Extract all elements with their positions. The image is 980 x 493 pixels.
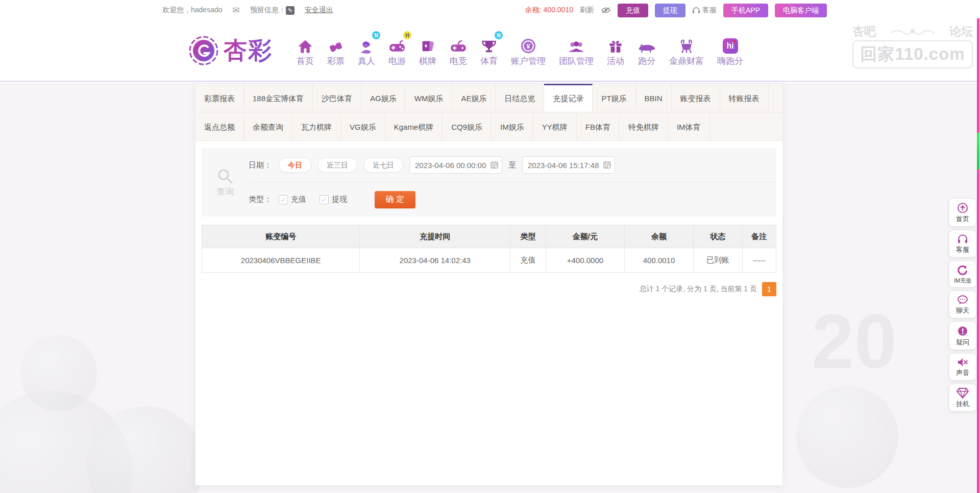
- coin-icon: ¥: [521, 34, 536, 54]
- background-decoration: [796, 386, 898, 488]
- nav-item-wealth[interactable]: 金鼎财富: [669, 34, 704, 67]
- tab-account-change-report[interactable]: 账变报表: [672, 84, 720, 112]
- watermark-left: 杏吧: [852, 24, 876, 39]
- nav-item-egames[interactable]: H 电游: [388, 34, 406, 67]
- sidebar-item-top[interactable]: 首页: [949, 199, 976, 226]
- sidebar-item-service[interactable]: 客服: [949, 230, 976, 257]
- customer-service-link[interactable]: 客服: [692, 6, 717, 15]
- pagination-summary: 总计 1 个记录, 分为 1 页, 当前第 1 页: [640, 285, 757, 294]
- esports-gamepad-icon: [450, 34, 467, 54]
- nav-item-paofen[interactable]: 跑分: [638, 34, 656, 67]
- sidebar-item-chat[interactable]: 聊天: [949, 291, 976, 318]
- sidebar-item-sound[interactable]: 声音: [949, 354, 976, 380]
- tripod-icon: [679, 34, 694, 54]
- nav-item-boardgames[interactable]: 棋牌: [419, 34, 436, 67]
- pc-client-button[interactable]: 电脑客户端: [775, 4, 827, 17]
- tab-im[interactable]: IM娱乐: [492, 112, 533, 140]
- col-header-amount: 金额/元: [546, 225, 624, 248]
- confirm-button[interactable]: 确 定: [375, 191, 415, 208]
- nav-item-lottery[interactable]: 彩票: [327, 34, 345, 67]
- table-header-row: 账变编号 充提时间 类型 金额/元 余额 状态 备注: [202, 225, 776, 248]
- logo-flower-icon: [187, 34, 220, 67]
- tab-im-sport[interactable]: IM体育: [668, 112, 710, 140]
- tab-fb-sport[interactable]: FB体育: [577, 112, 620, 140]
- logout-link[interactable]: 安全退出: [305, 6, 333, 15]
- scrollbar-thumb[interactable]: [977, 133, 979, 170]
- gift-icon: [608, 34, 623, 54]
- logo-text: 杏彩: [224, 35, 273, 66]
- refresh-button[interactable]: 刷新: [580, 6, 594, 15]
- date-filter-row: 日期： 今日 近三日 近七日 至: [249, 148, 776, 182]
- site-logo[interactable]: 杏彩: [187, 34, 273, 67]
- reserved-info-label: 预留信息：✎: [250, 6, 295, 15]
- cell-remark: -----: [742, 248, 776, 273]
- sidebar-item-idle[interactable]: 挂机: [949, 384, 976, 411]
- nav-item-home[interactable]: 首页: [297, 34, 314, 67]
- cell-amount: +400.0000: [546, 248, 624, 273]
- withdraw-button[interactable]: 提现: [655, 4, 685, 17]
- date-to-wrap: [522, 156, 615, 174]
- tab-vg[interactable]: VG娱乐: [341, 112, 385, 140]
- tab-ag[interactable]: AG娱乐: [361, 84, 406, 112]
- welcome-text: 欢迎您，hadesado: [162, 6, 223, 15]
- watermark-right: 论坛: [949, 24, 973, 39]
- hot-badge: H: [403, 31, 411, 39]
- tab-temian-games[interactable]: 特免棋牌: [620, 112, 668, 140]
- sidebar-item-question[interactable]: 疑问: [949, 322, 976, 349]
- nav-item-hipaofen[interactable]: hi 嗨跑分: [717, 34, 743, 67]
- trophy-icon: N: [481, 34, 497, 54]
- tab-yy-games[interactable]: YY棋牌: [533, 112, 577, 140]
- tab-lottery-report[interactable]: 彩票报表: [195, 84, 244, 112]
- nav-item-live[interactable]: N 真人: [358, 34, 375, 67]
- cell-time: 2023-04-06 14:02:43: [360, 248, 510, 273]
- tab-daily-summary[interactable]: 日结总览: [496, 84, 544, 112]
- tab-balance-query[interactable]: 余额查询: [244, 112, 292, 140]
- edit-memo-icon[interactable]: ✎: [286, 6, 295, 15]
- tab-pt[interactable]: PT娱乐: [593, 84, 635, 112]
- tab-cq9[interactable]: CQ9娱乐: [443, 112, 492, 140]
- hide-balance-icon[interactable]: [601, 7, 611, 14]
- page-1-button[interactable]: 1: [762, 282, 776, 296]
- balance-value: 400.0010: [544, 6, 573, 14]
- gamepad-icon: H: [389, 34, 405, 54]
- col-header-balance: 余额: [625, 225, 694, 248]
- tab-kgame[interactable]: Kgame棋牌: [385, 112, 443, 140]
- deposit-button[interactable]: 充值: [618, 4, 648, 17]
- calendar-icon[interactable]: [603, 161, 611, 169]
- nav-item-sports[interactable]: N 体育: [480, 34, 498, 67]
- search-block: 查询: [202, 148, 249, 217]
- tab-saba-sport[interactable]: 沙巴体育: [313, 84, 361, 112]
- im-recharge-icon: [957, 265, 968, 276]
- sidebar-item-im-recharge[interactable]: IM充值: [949, 261, 976, 287]
- col-header-status: 状态: [694, 225, 743, 248]
- table-row: 20230406VBBEGEIIBE 2023-04-06 14:02:43 充…: [202, 248, 776, 273]
- quick-today-button[interactable]: 今日: [279, 157, 311, 173]
- nav-item-team[interactable]: 团队管理: [559, 34, 594, 67]
- quick-3days-button[interactable]: 近三日: [317, 157, 357, 173]
- date-to-input[interactable]: [522, 156, 615, 174]
- tab-ae[interactable]: AE娱乐: [452, 84, 496, 112]
- calendar-icon[interactable]: [491, 161, 498, 169]
- withdraw-checkbox[interactable]: ✓: [320, 195, 329, 204]
- tab-rebate-total[interactable]: 返点总额: [195, 112, 244, 140]
- tab-wali-games[interactable]: 瓦力棋牌: [292, 112, 341, 140]
- nav-item-account[interactable]: ¥ 账户管理: [511, 34, 546, 67]
- date-from-input[interactable]: [409, 156, 502, 174]
- tab-188-sport[interactable]: 188金宝博体育: [244, 84, 313, 112]
- deposit-checkbox[interactable]: ✓: [279, 195, 288, 204]
- nav-item-esports[interactable]: 电竞: [450, 34, 467, 67]
- quick-7days-button[interactable]: 近七日: [363, 157, 403, 173]
- mobile-app-button[interactable]: 手机APP: [723, 4, 768, 17]
- type-filter-row: 类型： ✓ 充值 ✓ 提现 确 定: [249, 182, 776, 217]
- tabs-filler: [710, 112, 782, 140]
- tab-transfer-report[interactable]: 转账报表: [720, 84, 769, 112]
- page-scrollbar[interactable]: [977, 18, 979, 493]
- tab-deposit-withdraw-records[interactable]: 充提记录: [544, 84, 593, 112]
- col-header-type: 类型: [510, 225, 546, 248]
- mail-icon[interactable]: ✉: [233, 5, 240, 16]
- tab-bbin[interactable]: BBIN: [636, 84, 672, 112]
- tab-wm[interactable]: WM娱乐: [406, 84, 453, 112]
- topbar: 欢迎您，hadesado ✉ 预留信息：✎ 安全退出 余额: 400.0010 …: [0, 0, 980, 20]
- balance-text: 余额: 400.0010: [525, 6, 573, 15]
- nav-item-promotions[interactable]: 活动: [607, 34, 624, 67]
